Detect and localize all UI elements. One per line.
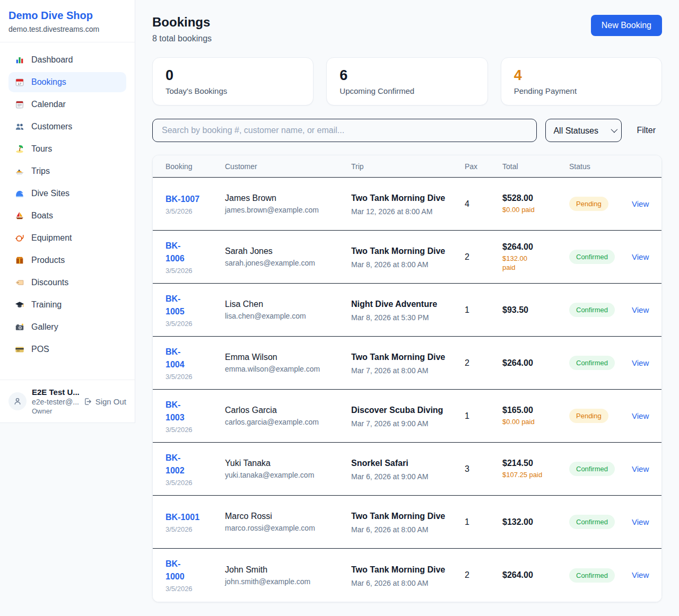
filter-button[interactable]: Filter	[630, 126, 662, 135]
sidebar-item-label: Boats	[31, 211, 53, 221]
sidebar-item-label: Dashboard	[31, 55, 73, 65]
sidebar-item-dive-sites[interactable]: Dive Sites	[8, 183, 126, 204]
sidebar-item-products[interactable]: Products	[8, 250, 126, 270]
status-cell: Confirmed	[569, 462, 632, 476]
view-booking-link[interactable]: View	[632, 199, 649, 208]
total-cell: $264.00	[502, 358, 569, 368]
trip-name: Two Tank Morning Dive	[351, 192, 446, 205]
trip-datetime: Mar 7, 2026 at 9:00 AM	[351, 419, 459, 428]
customer-name: James Brown	[225, 193, 346, 203]
booking-number-link[interactable]: BK-1001	[166, 511, 220, 524]
pax-count: 4	[465, 199, 502, 209]
total-cell: $214.50 $107.25 paid	[502, 459, 569, 479]
booking-number-link[interactable]: BK-1000	[166, 558, 220, 583]
sailboat-icon	[15, 211, 24, 221]
status-badge: Pending	[569, 409, 608, 423]
speedboat-icon	[15, 166, 24, 176]
booking-number-link[interactable]: BK-1003	[166, 399, 220, 424]
booking-number-link[interactable]: BK-1004	[166, 346, 220, 371]
booking-created-date: 3/5/2026	[166, 207, 220, 215]
customer-email: james.brown@example.com	[225, 206, 346, 214]
sidebar-nav: Dashboard 17 Bookings Calendar Customers…	[0, 42, 135, 359]
total-amount: $264.00	[502, 242, 564, 252]
customer-cell: Marco Rossi marco.rossi@example.com	[225, 512, 351, 532]
sidebar-item-label: Bookings	[31, 77, 66, 87]
stat-label: Pending Payment	[514, 86, 649, 95]
booking-cell: BK-1002 3/5/2026	[166, 452, 225, 487]
customer-name: John Smith	[225, 565, 346, 575]
actions-cell: View	[632, 411, 654, 421]
view-booking-link[interactable]: View	[632, 411, 649, 420]
booking-cell: BK-1007 3/5/2026	[166, 193, 225, 215]
view-booking-link[interactable]: View	[632, 517, 649, 526]
graduation-cap-icon	[15, 300, 24, 310]
new-booking-button[interactable]: New Booking	[591, 15, 662, 36]
pax-count: 3	[465, 464, 502, 474]
trip-cell: Two Tank Morning Dive Mar 8, 2026 at 8:0…	[351, 245, 465, 269]
sign-out-icon	[83, 397, 92, 406]
sidebar-item-tours[interactable]: Tours	[8, 139, 126, 159]
paid-amount: $0.00 paid	[502, 205, 544, 214]
page-title-block: Bookings 8 total bookings	[152, 15, 212, 43]
customer-email: john.smith@example.com	[225, 577, 346, 586]
sidebar-item-training[interactable]: Training	[8, 295, 126, 315]
view-booking-link[interactable]: View	[632, 305, 649, 314]
paid-amount: $0.00 paid	[502, 417, 544, 426]
status-select[interactable]: All Statuses	[545, 119, 622, 142]
stat-value: 4	[514, 67, 649, 84]
sign-out-button[interactable]: Sign Out	[83, 397, 126, 406]
search-input[interactable]	[152, 119, 537, 142]
status-select-wrap: All Statuses	[545, 119, 622, 142]
status-cell: Confirmed	[569, 250, 632, 264]
page-title: Bookings	[152, 15, 212, 30]
sidebar-item-calendar[interactable]: Calendar	[8, 94, 126, 115]
booking-row-BK-1003: BK-1003 3/5/2026 Carlos Garcia carlos.ga…	[153, 390, 661, 443]
sidebar-item-dashboard[interactable]: Dashboard	[8, 50, 126, 70]
bar-chart-icon	[15, 55, 24, 65]
booking-created-date: 3/5/2026	[166, 373, 220, 381]
view-booking-link[interactable]: View	[632, 358, 649, 367]
booking-row-BK-1006: BK-1006 3/5/2026 Sarah Jones sarah.jones…	[153, 231, 661, 284]
shop-name: Demo Dive Shop	[8, 10, 126, 22]
sidebar-item-discounts[interactable]: Discounts	[8, 272, 126, 293]
customer-email: marco.rossi@example.com	[225, 524, 346, 532]
pax-count: 1	[465, 411, 502, 421]
sidebar-item-label: Discounts	[31, 278, 68, 287]
view-booking-link[interactable]: View	[632, 252, 649, 261]
booking-number-link[interactable]: BK-1002	[166, 452, 220, 477]
customer-name: Marco Rossi	[225, 512, 346, 521]
status-cell: Confirmed	[569, 356, 632, 370]
trip-name: Discover Scuba Diving	[351, 404, 446, 417]
booking-number-link[interactable]: BK-1007	[166, 193, 220, 206]
sidebar-item-customers[interactable]: Customers	[8, 117, 126, 137]
shop-subdomain: demo.test.divestreams.com	[8, 25, 126, 33]
total-amount: $214.50	[502, 459, 564, 468]
brand-block: Demo Dive Shop demo.test.divestreams.com	[0, 0, 135, 42]
user-role: Owner	[32, 407, 78, 415]
trip-cell: Night Dive Adventure Mar 8, 2026 at 5:30…	[351, 298, 465, 322]
trip-datetime: Mar 12, 2026 at 8:00 AM	[351, 207, 459, 216]
total-cell: $93.50	[502, 305, 569, 315]
trip-name: Two Tank Morning Dive	[351, 351, 446, 364]
customer-email: lisa.chen@example.com	[225, 312, 346, 320]
actions-cell: View	[632, 517, 654, 527]
total-cell: $165.00 $0.00 paid	[502, 406, 569, 426]
booking-number-link[interactable]: BK-1005	[166, 293, 220, 318]
pax-count: 1	[465, 517, 502, 527]
trip-datetime: Mar 8, 2026 at 8:00 AM	[351, 260, 459, 269]
user-box: E2E Test U... e2e-tester@... Owner Sign …	[0, 380, 135, 423]
sidebar-item-boats[interactable]: Boats	[8, 206, 126, 226]
customer-email: sarah.jones@example.com	[225, 259, 346, 267]
status-badge: Confirmed	[569, 515, 615, 529]
sidebar-item-gallery[interactable]: Gallery	[8, 317, 126, 337]
sidebar-item-bookings[interactable]: 17 Bookings	[8, 72, 126, 92]
column-header-total: Total	[502, 162, 569, 171]
sidebar-item-pos[interactable]: POS	[8, 339, 126, 359]
view-booking-link[interactable]: View	[632, 464, 649, 473]
sidebar-item-equipment[interactable]: Equipment	[8, 228, 126, 248]
booking-cell: BK-1001 3/5/2026	[166, 511, 225, 533]
booking-number-link[interactable]: BK-1006	[166, 240, 220, 265]
view-booking-link[interactable]: View	[632, 570, 649, 579]
sidebar-item-trips[interactable]: Trips	[8, 161, 126, 181]
total-cell: $132.00	[502, 517, 569, 527]
